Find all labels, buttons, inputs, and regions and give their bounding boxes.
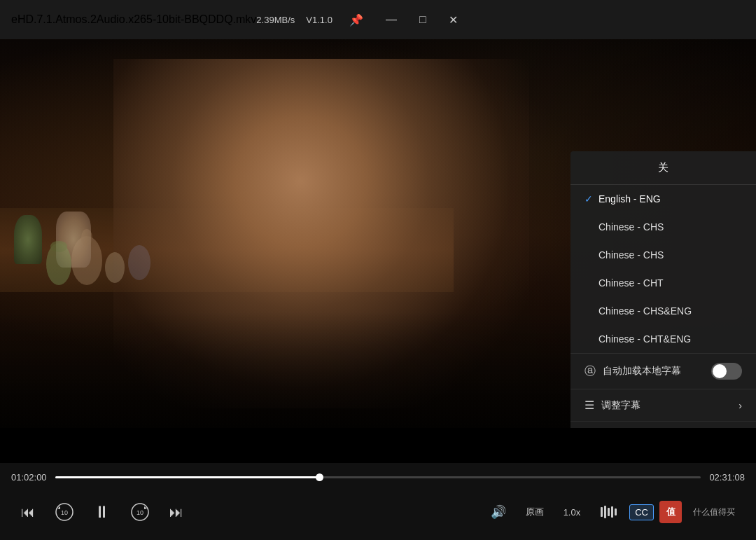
time-current: 01:02:00	[11, 472, 47, 483]
adjust-subtitle-row[interactable]: ☰ 调整字幕 ›	[570, 389, 756, 422]
scene-decoration	[38, 222, 178, 292]
controls-bar: 01:02:00 02:31:08 ⏮ 10 ⏸ 10 ⏭ 🔊 原画 1.	[0, 463, 756, 540]
forward-icon: 10	[130, 502, 150, 522]
check-icon: ✓	[584, 193, 593, 205]
maximize-button[interactable]: □	[414, 11, 432, 29]
play-pause-button[interactable]: ⏸	[87, 498, 118, 526]
adjust-icon: ☰	[584, 399, 594, 412]
download-speed: 2.39MB/s	[256, 15, 295, 25]
subtitle-item-chinese-cht-eng[interactable]: Chinese - CHT&ENG	[570, 325, 756, 353]
brand-area: 值 什么值得买	[659, 501, 742, 523]
auto-load-label: 自动加载本地字幕	[603, 365, 711, 378]
close-button[interactable]: ✕	[443, 11, 463, 29]
brand-icon-1: 值	[659, 501, 682, 523]
svg-rect-12	[608, 508, 610, 516]
volume-button[interactable]: 🔊	[484, 500, 513, 524]
subtitle-item-label: Chinese - CHS&ENG	[584, 305, 692, 317]
svg-point-5	[128, 245, 150, 280]
prev-button[interactable]: ⏮	[14, 500, 42, 525]
svg-point-3	[81, 229, 92, 246]
subtitle-item-chinese-cht[interactable]: Chinese - CHT	[570, 269, 756, 297]
svg-rect-14	[615, 508, 617, 515]
menu-header: 关	[570, 151, 756, 184]
subtitle-menu: 关 ✓ English - ENG Chinese - CHS Chinese …	[570, 151, 756, 428]
svg-point-1	[50, 241, 67, 252]
subtitle-item-label: English - ENG	[584, 193, 661, 205]
progress-fill	[55, 476, 320, 478]
time-total: 02:31:08	[709, 472, 745, 483]
subtitle-item-label: Chinese - CHT&ENG	[584, 333, 691, 345]
add-subtitle-row[interactable]: ⊕ 添加字幕 ›	[570, 422, 756, 428]
titlebar-controls: 2.39MB/s V1.1.0 📌 — □ ✕	[256, 11, 463, 29]
adjust-subtitle-label: 调整字幕	[601, 399, 738, 412]
window-title: eHD.7.1.Atmos.2Audio.x265-10bit-BBQDDQ.m…	[11, 13, 256, 26]
title-bar: eHD.7.1.Atmos.2Audio.x265-10bit-BBQDDQ.m…	[0, 0, 756, 39]
auto-load-row[interactable]: ⓐ 自动加载本地字幕	[570, 353, 756, 389]
progress-area: 01:02:00 02:31:08	[0, 463, 756, 491]
pin-button[interactable]: 📌	[344, 11, 369, 29]
subtitle-item-label: Chinese - CHT	[584, 277, 664, 289]
buttons-row: ⏮ 10 ⏸ 10 ⏭ 🔊 原画 1.0x	[0, 491, 756, 533]
danmu-button[interactable]	[593, 501, 624, 523]
cc-button[interactable]: CC	[629, 504, 654, 520]
subtitle-item-chinese-chs-2[interactable]: Chinese - CHS	[570, 241, 756, 269]
svg-rect-11	[604, 506, 606, 518]
subtitle-items-list: ✓ English - ENG Chinese - CHS Chinese - …	[570, 185, 756, 353]
adjust-chevron-icon: ›	[738, 400, 742, 411]
rewind-icon: 10	[55, 502, 74, 522]
progress-track[interactable]	[55, 476, 701, 478]
speed-button[interactable]: 1.0x	[556, 503, 588, 522]
svg-text:10: 10	[61, 509, 68, 516]
forward-button[interactable]: 10	[123, 498, 157, 526]
subtitle-item-chinese-chs-eng[interactable]: Chinese - CHS&ENG	[570, 297, 756, 325]
version-label: V1.1.0	[306, 15, 332, 25]
svg-rect-13	[611, 506, 613, 518]
auto-load-toggle[interactable]	[711, 363, 742, 380]
subtitle-item-label: Chinese - CHS	[584, 249, 664, 261]
subtitle-item-english-eng[interactable]: ✓ English - ENG	[570, 185, 756, 213]
quality-button[interactable]: 原画	[519, 501, 551, 522]
next-button[interactable]: ⏭	[162, 500, 190, 525]
subtitle-item-label: Chinese - CHS	[584, 221, 664, 233]
danmu-icon	[600, 505, 617, 519]
brand-text[interactable]: 什么值得买	[686, 502, 742, 522]
subtitle-item-chinese-chs-1[interactable]: Chinese - CHS	[570, 213, 756, 241]
minimize-button[interactable]: —	[380, 11, 402, 29]
svg-text:10: 10	[136, 509, 144, 516]
video-area[interactable]: 关 ✓ English - ENG Chinese - CHS Chinese …	[0, 39, 756, 428]
svg-rect-10	[601, 507, 603, 517]
svg-point-4	[105, 252, 125, 283]
rewind-button[interactable]: 10	[48, 498, 81, 526]
auto-load-icon: ⓐ	[584, 364, 596, 379]
